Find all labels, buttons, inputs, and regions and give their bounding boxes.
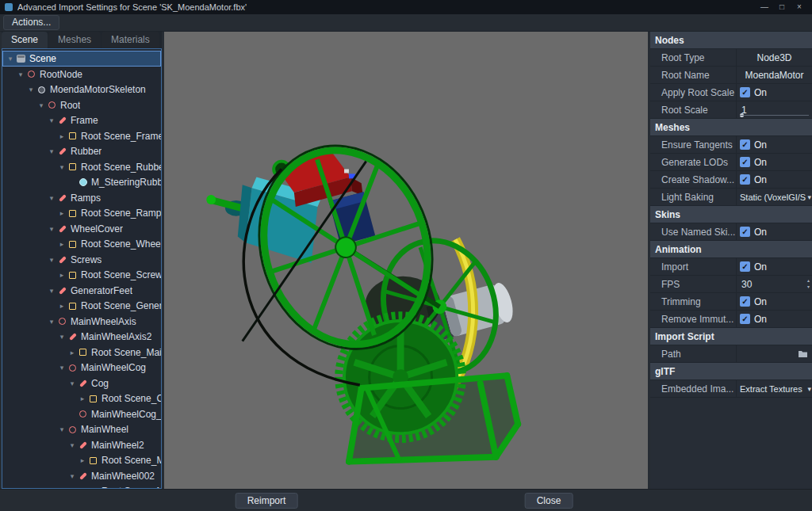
- collapse-icon[interactable]: ▾: [47, 147, 56, 155]
- tree-item-root-scene-cog[interactable]: ▸Root Scene_Cog: [2, 391, 161, 406]
- tree-item-screws[interactable]: ▾Screws: [2, 252, 161, 268]
- checkbox-use-named-ski[interactable]: ✓On: [736, 223, 812, 240]
- checkbox-checked-icon[interactable]: ✓: [740, 87, 750, 97]
- collapse-icon[interactable]: ▾: [47, 256, 56, 264]
- maximize-button[interactable]: □: [774, 1, 790, 13]
- collapse-icon[interactable]: ▾: [47, 225, 56, 233]
- chevron-down-icon[interactable]: ▾: [806, 193, 811, 201]
- tree-item-m-steeringrubber[interactable]: M_SteeringRubber: [2, 174, 161, 190]
- expand-icon[interactable]: ▸: [57, 209, 67, 217]
- collapse-icon[interactable]: ▾: [47, 318, 56, 326]
- close-button[interactable]: Close: [525, 493, 573, 509]
- tree-item-frame[interactable]: ▾Frame: [2, 112, 161, 128]
- spinner-arrows-icon[interactable]: ▴▾: [807, 277, 810, 290]
- expand-icon[interactable]: ▸: [57, 302, 67, 310]
- collapse-icon[interactable]: ▾: [57, 425, 67, 433]
- tab-materials[interactable]: Materials: [102, 32, 159, 48]
- collapse-icon[interactable]: ▾: [16, 71, 25, 78]
- collapse-icon[interactable]: ▾: [67, 441, 77, 449]
- checkbox-checked-icon[interactable]: ✓: [740, 296, 750, 307]
- collapse-icon[interactable]: ▾: [36, 101, 46, 109]
- tree-item-root-scene-rubber[interactable]: ▾Root Scene_Rubber: [2, 159, 161, 175]
- tree-item-root-scene-screws[interactable]: ▸Root Scene_Screws: [2, 267, 161, 283]
- collapse-icon[interactable]: ▾: [26, 86, 36, 93]
- tree-item-root-scene-mainwheel2[interactable]: ▸Root Scene_MainWheel2: [2, 452, 161, 468]
- spinner-fps[interactable]: 30▴▾: [736, 276, 812, 292]
- section-header-skins[interactable]: Skins: [650, 206, 812, 223]
- tree-item-rootnode[interactable]: ▾RootNode: [2, 67, 161, 82]
- field-root-name[interactable]: MoendaMotor: [736, 67, 812, 83]
- tree-item-generatorfeet[interactable]: ▾GeneratorFeet: [2, 283, 161, 299]
- checkbox-import[interactable]: ✓On: [736, 258, 812, 275]
- slider-root-scale[interactable]: 1: [736, 101, 812, 118]
- section-header-import-script[interactable]: Import Script: [650, 328, 812, 345]
- tree-item-mainwheel2[interactable]: ▾MainWheel2: [2, 437, 161, 453]
- checkbox-apply-root-scale[interactable]: ✓On: [736, 84, 812, 101]
- close-window-button[interactable]: ×: [791, 1, 807, 13]
- tree-item-cog[interactable]: ▾Cog: [2, 376, 161, 391]
- collapse-icon[interactable]: ▾: [57, 364, 67, 372]
- window-title: Advanced Import Settings for Scene 'SK_M…: [17, 2, 756, 12]
- tree-item-rubber[interactable]: ▾Rubber: [2, 143, 161, 159]
- actions-menu-button[interactable]: Actions...: [3, 15, 59, 30]
- collapse-icon[interactable]: ▾: [47, 287, 56, 295]
- collapse-icon[interactable]: ▾: [57, 333, 67, 341]
- slider-grabber[interactable]: [740, 113, 744, 117]
- tree-item-root-scene-wheelcover[interactable]: ▸Root Scene_WheelCover: [2, 236, 161, 252]
- checkbox-ensure-tangents[interactable]: ✓On: [736, 136, 812, 153]
- viewport-3d[interactable]: [164, 32, 648, 489]
- tree-item-moendamotorskeleton[interactable]: ▾MoendaMotorSkeleton: [2, 82, 161, 97]
- field-root-type[interactable]: Node3D: [736, 49, 812, 66]
- checkbox-checked-icon[interactable]: ✓: [740, 261, 750, 272]
- checkbox-checked-icon[interactable]: ✓: [740, 139, 750, 150]
- section-header-meshes[interactable]: Meshes: [650, 119, 812, 136]
- expand-icon[interactable]: ▸: [78, 395, 87, 402]
- bone-icon: [56, 116, 68, 125]
- tree-item-mainwheelcog-end[interactable]: MainWheelCog_end: [2, 406, 161, 422]
- collapse-icon[interactable]: ▾: [6, 55, 15, 63]
- tree-item-root-scene-frame[interactable]: ▸Root Scene_Frame: [2, 128, 161, 144]
- collapse-icon[interactable]: ▾: [67, 379, 77, 387]
- collapse-icon[interactable]: ▾: [47, 116, 56, 124]
- checkbox-trimming[interactable]: ✓On: [736, 293, 812, 310]
- tree-item-wheelcover[interactable]: ▾WheelCover: [2, 221, 161, 237]
- reimport-button[interactable]: Reimport: [236, 493, 298, 509]
- dropdown-embedded-ima[interactable]: Extract Textures▾: [736, 380, 812, 397]
- checkbox-checked-icon[interactable]: ✓: [740, 314, 750, 324]
- tree-item-scene[interactable]: ▾Scene: [2, 51, 161, 67]
- tree-item-mainwheelcog[interactable]: ▾MainWheelCog: [2, 360, 161, 376]
- tree-item-mainwheel[interactable]: ▾MainWheel: [2, 421, 161, 437]
- chevron-down-icon[interactable]: ▾: [806, 385, 811, 393]
- tab-scene[interactable]: Scene: [2, 32, 48, 48]
- checkbox-remove-immut[interactable]: ✓On: [736, 311, 812, 327]
- expand-icon[interactable]: ▸: [57, 132, 67, 140]
- dropdown-light-baking[interactable]: Static (VoxelGI/S▾: [736, 189, 812, 205]
- path-field-path[interactable]: [736, 345, 812, 362]
- tree-item-mainwheelaxis[interactable]: ▾MainWheelAxis: [2, 314, 161, 330]
- checkbox-create-shadow[interactable]: ✓On: [736, 171, 812, 188]
- tree-item-root-scene-mainwheelaxis2[interactable]: ▸Root Scene_MainWheelAxis2: [2, 345, 161, 360]
- expand-icon[interactable]: ▸: [57, 240, 67, 248]
- section-header-gltf[interactable]: glTF: [650, 363, 812, 380]
- tree-item-mainwheelaxis2[interactable]: ▾MainWheelAxis2: [2, 329, 161, 345]
- tree-item-root-scene-ramps[interactable]: ▸Root Scene_Ramps: [2, 205, 161, 221]
- checkbox-checked-icon[interactable]: ✓: [740, 227, 750, 237]
- minimize-button[interactable]: —: [756, 1, 772, 13]
- checkbox-checked-icon[interactable]: ✓: [740, 157, 750, 167]
- tab-meshes[interactable]: Meshes: [48, 32, 101, 48]
- section-header-animation[interactable]: Animation: [650, 241, 812, 258]
- tree-item-root-scene-generatorfeet[interactable]: ▸Root Scene_GeneratorFeet: [2, 298, 161, 314]
- tree-item-root[interactable]: ▾Root: [2, 97, 161, 113]
- tree-item-mainwheel002[interactable]: ▾MainWheel002: [2, 468, 161, 484]
- expand-icon[interactable]: ▸: [78, 456, 87, 464]
- collapse-icon[interactable]: ▾: [57, 163, 67, 171]
- folder-icon[interactable]: [798, 349, 808, 360]
- checkbox-generate-lods[interactable]: ✓On: [736, 154, 812, 170]
- tree-item-ramps[interactable]: ▾Ramps: [2, 190, 161, 206]
- collapse-icon[interactable]: ▾: [67, 472, 77, 480]
- checkbox-checked-icon[interactable]: ✓: [740, 174, 750, 185]
- expand-icon[interactable]: ▸: [67, 349, 77, 357]
- collapse-icon[interactable]: ▾: [47, 194, 56, 202]
- section-header-nodes[interactable]: Nodes: [650, 32, 812, 49]
- expand-icon[interactable]: ▸: [57, 271, 67, 279]
